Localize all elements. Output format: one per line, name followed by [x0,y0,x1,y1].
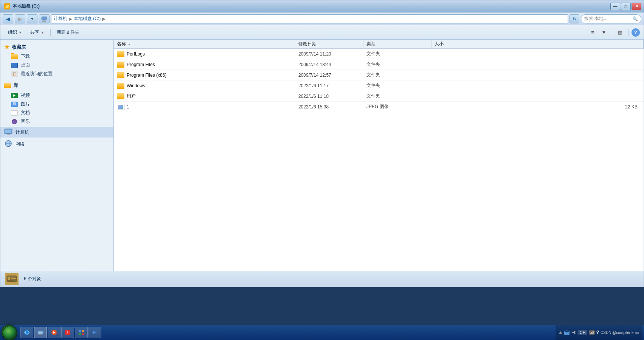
computer-nav-button[interactable] [39,14,50,23]
toolbar-right: ≡ ▼ ▦ ? [588,28,640,37]
library-section: 库 ▶ 视频 🖼 图片 文档 [0,80,113,126]
address-bar: ◀ ▶ ▼ 计算机 ▶ 本地磁盘 (C:) ▶ ↻ 搜索 本地... 🔍 [0,12,644,25]
svg-marker-37 [559,331,562,334]
svg-rect-34 [82,333,84,335]
star-icon: ★ [4,43,9,51]
svg-rect-32 [82,330,84,332]
minimize-button[interactable]: — [610,3,620,10]
file-name: Program Files [114,62,295,68]
svg-rect-1 [43,20,45,21]
taskbar-items: ! [19,327,555,338]
organize-button[interactable]: 组织 ▼ [4,27,26,38]
search-box[interactable]: 搜索 本地... 🔍 [581,14,641,23]
library-icon [4,83,11,88]
taskbar-explorer[interactable] [34,327,47,338]
image-file-icon [117,104,124,110]
title-bar: 📁 本地磁盘 (C:) — □ ✕ [0,0,644,12]
tray-clock: CSDN @compiler error [601,331,639,335]
folder-icon [117,62,124,68]
view-list-button[interactable]: ≡ [588,28,597,37]
new-folder-button[interactable]: 新建文件夹 [53,27,83,38]
explorer-window: 📁 本地磁盘 (C:) — □ ✕ ◀ ▶ ▼ 计算机 ▶ 本地磁盘 (C:) … [0,0,644,287]
forward-button[interactable]: ▶ [15,14,25,23]
col-header-name[interactable]: 名称 ▲ [114,40,295,48]
folder-icon [117,93,124,99]
tray-help[interactable]: ? [596,330,599,335]
maximize-button[interactable]: □ [621,3,631,10]
file-type: 文件夹 [363,72,431,78]
help-button[interactable]: ? [632,28,640,37]
sidebar-item-doc[interactable]: 文档 [0,108,113,117]
share-button[interactable]: 共享 ▼ [26,27,48,38]
taskbar-arrow[interactable] [88,327,101,338]
svg-marker-39 [572,331,575,334]
col-header-date[interactable]: 修改日期 [295,40,363,48]
computer-label: 计算机 [16,129,29,136]
file-date: 2022/1/6 11:18 [295,94,363,99]
path-computer[interactable]: 计算机 [54,15,67,22]
svg-rect-47 [593,332,594,333]
taskbar-item-red[interactable]: ! [61,327,74,338]
table-row[interactable]: Program Files 2009/7/14 18:44 文件夹 [114,59,644,70]
column-headers: 名称 ▲ 修改日期 类型 大小 [114,40,644,49]
col-header-size[interactable]: 大小 [431,40,644,48]
sidebar-item-download[interactable]: 下载 [0,52,113,61]
tray-keyboard[interactable] [589,330,595,335]
dropdown-button[interactable]: ▼ [27,14,37,23]
col-header-type[interactable]: 类型 [363,40,431,48]
table-row[interactable]: Program Files (x86) 2009/7/14 12:57 文件夹 [114,70,644,80]
table-row[interactable]: Windows 2022/1/6 11:17 文件夹 [114,80,644,91]
tray-expand[interactable] [559,331,562,334]
close-button[interactable]: ✕ [632,3,641,10]
file-type: 文件夹 [363,51,431,57]
file-type: 文件夹 [363,82,431,89]
svg-point-19 [3,326,17,340]
file-size: 22 KB [431,104,644,110]
table-row[interactable]: 用户 2022/1/6 11:18 文件夹 [114,91,644,102]
refresh-button[interactable]: ↻ [570,14,579,23]
svg-rect-16 [8,277,10,280]
sidebar-item-network[interactable]: 网络 [0,139,113,149]
svg-rect-33 [79,333,81,335]
network-section: 网络 [0,139,113,149]
tray-lang[interactable]: CH [578,330,587,335]
table-row[interactable]: 1 2022/1/6 15:38 JPEG 图像 22 KB [114,102,644,112]
svg-rect-2 [42,21,46,22]
svg-rect-31 [79,330,81,332]
view-dropdown-button[interactable]: ▼ [599,28,609,37]
taskbar-media[interactable] [48,327,61,338]
recent-icon: 📋 [11,71,18,77]
sidebar-item-music[interactable]: 音乐 [0,117,113,126]
sidebar-item-video[interactable]: ▶ 视频 [0,91,113,100]
sidebar-item-computer[interactable]: 计算机 [0,127,113,138]
path-drive[interactable]: 本地磁盘 (C:) [74,15,101,22]
folder-icon [117,51,124,57]
status-count: 6 个对象 [24,276,41,282]
tray-network[interactable] [564,330,570,335]
toolbar-separator [50,29,51,36]
start-button[interactable] [2,325,17,340]
tray-volume[interactable] [571,330,577,335]
library-header[interactable]: 库 [0,80,113,91]
address-path[interactable]: 计算机 ▶ 本地磁盘 (C:) ▶ [51,14,568,23]
svg-rect-48 [590,333,594,334]
sidebar-item-desktop[interactable]: 桌面 [0,61,113,70]
back-button[interactable]: ◀ [3,14,13,23]
svg-rect-42 [591,331,591,332]
svg-point-18 [15,280,16,281]
favorites-header[interactable]: ★ 收藏夹 [0,42,113,52]
file-date: 2022/1/6 15:38 [295,104,363,110]
toolbar: 组织 ▼ 共享 ▼ 新建文件夹 ≡ ▼ ▦ ? [0,25,644,40]
folder-icon [117,72,124,78]
pane-button[interactable]: ▦ [615,28,625,37]
svg-rect-41 [590,331,590,332]
table-row[interactable]: PerfLogs 2009/7/14 11:20 文件夹 [114,49,644,59]
library-label: 库 [13,82,18,89]
sidebar-item-recent[interactable]: 📋 最近访问的位置 [0,70,113,78]
video-icon: ▶ [11,93,18,98]
taskbar-grid[interactable] [75,327,88,338]
sidebar-item-image[interactable]: 🖼 图片 [0,100,113,108]
svg-point-13 [5,140,12,147]
file-name: 1 [114,104,295,110]
taskbar-ie[interactable] [20,327,33,338]
